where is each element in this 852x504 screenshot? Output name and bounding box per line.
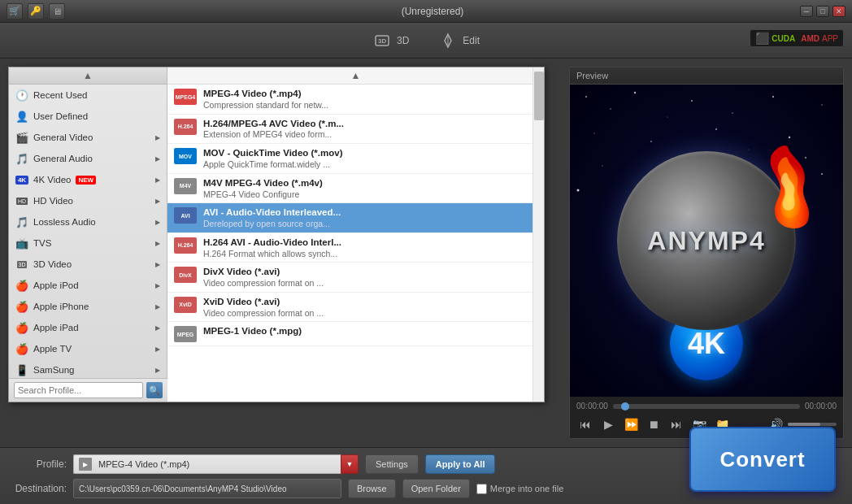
merge-checkbox-area[interactable]: Merge into one file: [476, 484, 564, 494]
recent-used-icon: 🕐: [15, 89, 28, 102]
monitor-icon[interactable]: 🖥: [49, 3, 65, 20]
svg-point-16: [821, 104, 823, 106]
category-item-apple-ipod[interactable]: 🍎 Apple iPod ▶: [9, 275, 167, 296]
format-desc-m4v: MPEG-4 Video Configure: [203, 189, 323, 200]
cart-icon[interactable]: 🛒: [7, 3, 23, 20]
category-item-user-defined[interactable]: 👤 User Defined: [9, 106, 167, 127]
cat-label: Apple TV: [33, 344, 72, 354]
amd-label: AMD: [801, 34, 819, 43]
title-icons: 🛒 🔑 🖥: [7, 3, 65, 20]
format-name-mpeg1: MPEG-1 Video (*.mpg): [203, 325, 302, 337]
merge-checkbox[interactable]: [476, 484, 487, 494]
cuda-badge: ⬛ CUDA AMD APP: [750, 29, 844, 47]
apple-ipod-icon: 🍎: [15, 279, 28, 292]
category-item-general-video[interactable]: 🎬 General Video ▶: [9, 127, 167, 148]
format-item-h264-avc[interactable]: H.264 H.264/MPEG-4 AVC Video (*.m... Ext…: [167, 115, 544, 145]
preview-panel: Preview: [569, 67, 844, 439]
cat-label: Apple iPod: [33, 280, 79, 290]
maximize-button[interactable]: □: [816, 6, 829, 17]
category-item-4k-video[interactable]: 4K 4K Video NEW ▶: [9, 169, 167, 190]
category-item-lossless-audio[interactable]: 🎵 Lossless Audio ▶: [9, 211, 167, 232]
edit-label: Edit: [463, 35, 480, 46]
volume-track[interactable]: [788, 423, 837, 426]
category-item-general-audio[interactable]: 🎵 General Audio ▶: [9, 148, 167, 169]
user-defined-icon: 👤: [15, 110, 28, 123]
profile-text-box: ▶ MPEG-4 Video (*.mp4): [73, 454, 341, 474]
cat-arrow: ▶: [155, 261, 160, 268]
3d-button[interactable]: 3D 3D: [366, 28, 415, 54]
format-scroll-up[interactable]: ▲: [167, 67, 544, 85]
close-button[interactable]: ✕: [832, 6, 845, 17]
cat-label: General Audio: [33, 154, 93, 163]
category-list: ▲ 🕐 Recent Used 👤 User Defined 🎬 General…: [9, 67, 167, 402]
search-input[interactable]: [14, 382, 143, 398]
search-button[interactable]: 🔍: [146, 382, 163, 398]
cat-label: SamSung: [33, 365, 75, 375]
svg-point-9: [732, 112, 733, 114]
settings-button[interactable]: Settings: [365, 454, 419, 474]
cat-scroll-up[interactable]: ▲: [9, 67, 167, 85]
browse-button[interactable]: Browse: [348, 479, 396, 498]
format-text-mpeg1: MPEG-1 Video (*.mpg): [203, 325, 302, 337]
skip-forward-button[interactable]: ⏭: [667, 415, 685, 433]
format-icon-mpeg4: MPEG4: [174, 89, 197, 105]
tvs-icon: 📺: [15, 237, 28, 250]
toolbar: 3D 3D Edit ⬛ CUDA AMD APP: [0, 23, 852, 59]
format-item-h264-avi[interactable]: H.264 H.264 AVI - Audio-Video Interl... …: [167, 233, 544, 263]
convert-button[interactable]: Convert: [689, 427, 836, 492]
title-bar: 🛒 🔑 🖥 (Unregistered) ─ □ ✕: [0, 0, 852, 23]
fast-forward-button[interactable]: ⏩: [622, 415, 640, 433]
format-icon-h264-avi: H.264: [174, 237, 197, 254]
skip-back-button[interactable]: ⏮: [576, 415, 594, 433]
stop-button[interactable]: ⏹: [645, 415, 663, 433]
svg-point-11: [593, 133, 594, 133]
category-item-apple-ipad[interactable]: 🍎 Apple iPad ▶: [9, 317, 167, 338]
profile-dropdown-button[interactable]: ▼: [341, 454, 359, 474]
category-item-apple-iphone[interactable]: 🍎 Apple iPhone ▶: [9, 296, 167, 317]
apply-to-all-button[interactable]: Apply to All: [425, 454, 496, 474]
3d-label: 3D: [397, 35, 409, 46]
edit-button[interactable]: Edit: [432, 28, 486, 54]
anymp4-text: ANYMP4: [647, 226, 765, 256]
progress-track[interactable]: [613, 404, 800, 409]
format-item-m4v[interactable]: M4V M4V MPEG-4 Video (*.m4v) MPEG-4 Vide…: [167, 174, 544, 204]
format-text-mpeg4: MPEG-4 Video (*.mp4) Compression standar…: [203, 88, 328, 111]
preview-screen: ANYMP4 4K: [570, 85, 843, 397]
destination-input[interactable]: C:\Users\pc0359.cn-06\Documents\AnyMP4 S…: [73, 479, 341, 498]
format-scrollbar[interactable]: [532, 67, 544, 402]
format-item-mpeg4[interactable]: MPEG4 MPEG-4 Video (*.mp4) Compression s…: [167, 85, 544, 115]
cat-arrow: ▶: [155, 198, 160, 205]
format-text-xvid: XviD Video (*.avi) Video compression for…: [203, 296, 324, 319]
category-item-hd-video[interactable]: HD HD Video ▶: [9, 190, 167, 211]
format-item-divx[interactable]: DivX DivX Video (*.avi) Video compressio…: [167, 263, 544, 293]
format-icon-h264-avc: H.264: [174, 119, 197, 135]
cat-items: 🕐 Recent Used 👤 User Defined 🎬 General V…: [9, 85, 167, 402]
format-item-mov[interactable]: MOV MOV - QuickTime Video (*.mov) Apple …: [167, 144, 544, 174]
cat-label: 3D Video: [33, 259, 72, 269]
key-icon[interactable]: 🔑: [28, 3, 44, 20]
category-item-3d-video[interactable]: 3D 3D Video ▶: [9, 254, 167, 275]
cat-arrow: ▶: [155, 219, 160, 226]
format-item-avi[interactable]: AVI AVI - Audio-Video Interleaved... Der…: [167, 203, 544, 233]
format-name-mov: MOV - QuickTime Video (*.mov): [203, 147, 342, 159]
svg-point-13: [715, 128, 717, 130]
time-start: 00:00:00: [576, 402, 608, 411]
format-text-h264-avi: H.264 AVI - Audio-Video Interl... H.264 …: [203, 237, 341, 259]
category-item-apple[interactable]: 🍎 Apple TV ▶: [9, 338, 167, 359]
format-item-xvid[interactable]: XviD XviD Video (*.avi) Video compressio…: [167, 293, 544, 323]
play-button[interactable]: ▶: [599, 415, 617, 433]
4k-cat-icon: 4K: [15, 173, 28, 186]
category-item-recent-used[interactable]: 🕐 Recent Used: [9, 85, 167, 106]
app-label: APP: [822, 34, 838, 43]
samsung-icon: 📱: [15, 363, 28, 376]
format-item-mpeg1[interactable]: MPEG MPEG-1 Video (*.mpg): [167, 322, 544, 346]
format-items: MPEG4 MPEG-4 Video (*.mp4) Compression s…: [167, 85, 544, 346]
time-end: 00:00:00: [805, 402, 837, 411]
svg-point-5: [610, 108, 611, 110]
format-desc-avi: Dereloped by open source orga...: [203, 219, 341, 229]
svg-point-12: [650, 141, 652, 142]
format-dropdown: ▲ 🕐 Recent Used 👤 User Defined 🎬 General…: [8, 67, 545, 402]
open-folder-button[interactable]: Open Folder: [402, 479, 470, 498]
minimize-button[interactable]: ─: [800, 6, 813, 17]
category-item-tvs[interactable]: 📺 TVS ▶: [9, 232, 167, 254]
